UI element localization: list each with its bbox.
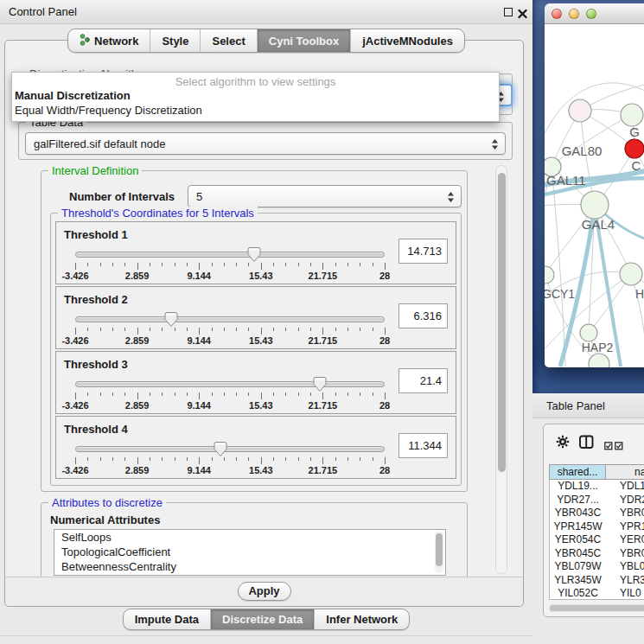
tab-style[interactable]: Style xyxy=(150,29,201,52)
table-row[interactable]: YER054CYER0 xyxy=(550,533,644,547)
threshold-slider[interactable]: -3.4262.8599.14415.4321.71528 xyxy=(75,245,385,280)
table-column-header[interactable]: shared... xyxy=(549,464,606,480)
tick-mark xyxy=(261,263,262,270)
algorithm-option[interactable]: Equal Width/Frequency Discretization xyxy=(12,103,499,118)
cyni-toolbox-panel: Discretization Algorithm Select algorith… xyxy=(4,40,524,607)
bottom-divider xyxy=(0,635,532,636)
tab-network[interactable]: Network xyxy=(68,29,150,52)
split-panel-icon[interactable] xyxy=(579,435,594,453)
control-panel-header: Control Panel xyxy=(0,0,532,24)
table-row[interactable]: YIL052CYIL0 xyxy=(550,587,644,600)
threshold-label: Threshold 4 xyxy=(64,423,128,436)
network-node[interactable] xyxy=(625,139,644,158)
table-row[interactable]: YBL079WYBL0 xyxy=(550,560,644,574)
tab-jactivemnodules[interactable]: jActiveMNodules xyxy=(351,29,464,52)
network-node[interactable] xyxy=(589,354,609,367)
close-light[interactable] xyxy=(552,9,562,19)
tick-mark xyxy=(261,392,262,399)
algorithm-option[interactable]: Manual Discretization xyxy=(12,88,499,103)
table-horizontal-scrollbar[interactable] xyxy=(549,604,644,612)
tick-mark xyxy=(137,457,138,464)
tick-mark xyxy=(212,392,213,396)
slider-thumb[interactable] xyxy=(313,376,327,392)
slider-thumb[interactable] xyxy=(247,246,261,263)
table-cell: YBR045C xyxy=(550,547,606,561)
panel-scrollbar-thumb[interactable] xyxy=(498,173,506,472)
scale-label: 28 xyxy=(379,465,390,475)
table-row[interactable]: YDR27...YDR2 xyxy=(550,494,644,507)
table-row[interactable]: YBR043CYBR0 xyxy=(550,507,644,520)
tick-mark xyxy=(175,392,175,396)
tick-mark xyxy=(248,457,249,461)
threshold-slider[interactable]: -3.4262.8599.14415.4321.71528 xyxy=(75,440,385,475)
bottom-tab-discretize-data[interactable]: Discretize Data xyxy=(211,609,315,629)
attributes-groupbox: Attributes to discretize Numerical Attri… xyxy=(41,502,468,578)
minimize-light[interactable] xyxy=(569,9,579,19)
threshold-value-input[interactable]: 11.344 xyxy=(399,433,448,458)
numerical-attributes-label: Numerical Attributes xyxy=(50,513,160,526)
network-node[interactable] xyxy=(620,263,642,285)
threshold-value-input[interactable]: 6.316 xyxy=(399,303,448,328)
table-row[interactable]: YDL19...YDL1 xyxy=(550,480,644,494)
attribute-item[interactable]: SelfLoops xyxy=(54,530,445,545)
network-node[interactable] xyxy=(569,99,591,122)
gear-icon[interactable] xyxy=(556,435,570,452)
thresholds-groupbox: Threshold's Coordinates for 5 Intervals … xyxy=(50,213,462,486)
slider-scale-labels: -3.4262.8599.14415.4321.71528 xyxy=(75,335,385,346)
checkbox-icon[interactable] xyxy=(615,438,623,454)
attribute-item[interactable]: BetweennessCentrality xyxy=(54,559,445,574)
attribute-item[interactable]: TopologicalCoefficient xyxy=(54,545,445,559)
attributes-listbox[interactable]: SelfLoopsTopologicalCoefficientBetweenne… xyxy=(54,529,446,576)
algorithm-placeholder-option[interactable]: Select algorithm to view settings xyxy=(12,73,499,88)
table-row[interactable]: YBR045CYBR0 xyxy=(550,547,644,561)
slider-track[interactable] xyxy=(75,252,385,258)
slider-track[interactable] xyxy=(75,316,385,322)
tick-mark xyxy=(373,263,373,266)
slider-track[interactable] xyxy=(75,446,385,452)
tab-select[interactable]: Select xyxy=(201,29,257,52)
slider-track[interactable] xyxy=(75,381,385,387)
table-column-header[interactable]: na xyxy=(606,464,644,480)
table-row[interactable]: YLR345WYLR3 xyxy=(550,574,644,588)
network-node[interactable] xyxy=(581,191,609,219)
network-canvas[interactable]: GAL80GCGAL11GAL4GCY1HHAP2 xyxy=(545,24,644,367)
table-row[interactable]: YPR145WYPR1 xyxy=(550,520,644,534)
attributes-scrollbar-thumb[interactable] xyxy=(436,533,443,566)
tick-mark xyxy=(124,392,125,396)
tick-mark xyxy=(100,263,101,266)
slider-ticks xyxy=(75,328,385,335)
number-of-intervals-combobox[interactable]: 5 xyxy=(188,185,462,207)
threshold-value-input[interactable]: 14.713 xyxy=(399,239,448,264)
panel-vertical-scrollbar[interactable] xyxy=(495,165,507,574)
bottom-tab-infer-network[interactable]: Infer Network xyxy=(315,609,409,629)
tick-mark xyxy=(285,263,286,266)
checkbox-icon[interactable] xyxy=(604,438,613,454)
network-node-label: G xyxy=(629,124,640,139)
scale-label: 15.43 xyxy=(249,335,273,346)
table-data-combobox[interactable]: galFiltered.sif default node xyxy=(25,132,506,155)
network-node[interactable] xyxy=(580,324,597,341)
zoom-light[interactable] xyxy=(586,9,596,19)
tab-cyni-toolbox[interactable]: Cyni Toolbox xyxy=(258,29,351,52)
bottom-tab-label: Impute Data xyxy=(135,613,199,626)
threshold-value-input[interactable]: 21.4 xyxy=(399,368,448,393)
table-cell: YPR1 xyxy=(606,520,644,534)
network-node[interactable] xyxy=(545,266,554,284)
threshold-slider[interactable]: -3.4262.8599.14415.4321.71528 xyxy=(75,375,385,410)
network-node-label: HAP2 xyxy=(582,341,614,354)
attributes-scrollbar[interactable] xyxy=(435,532,443,573)
network-node[interactable] xyxy=(621,104,643,126)
close-icon[interactable] xyxy=(518,7,527,17)
float-icon[interactable] xyxy=(504,8,513,16)
table-panel-title: Table Panel xyxy=(546,399,605,412)
apply-button[interactable]: Apply xyxy=(238,582,291,601)
network-node-label: H xyxy=(635,287,644,301)
tick-mark xyxy=(248,263,249,266)
tick-mark xyxy=(224,328,225,331)
slider-thumb[interactable] xyxy=(164,311,178,328)
bottom-tab-impute-data[interactable]: Impute Data xyxy=(124,609,211,629)
table-scrollbar-thumb[interactable] xyxy=(550,605,644,611)
threshold-slider[interactable]: -3.4262.8599.14415.4321.71528 xyxy=(75,310,385,345)
tick-mark xyxy=(162,328,163,331)
slider-thumb[interactable] xyxy=(214,441,227,457)
